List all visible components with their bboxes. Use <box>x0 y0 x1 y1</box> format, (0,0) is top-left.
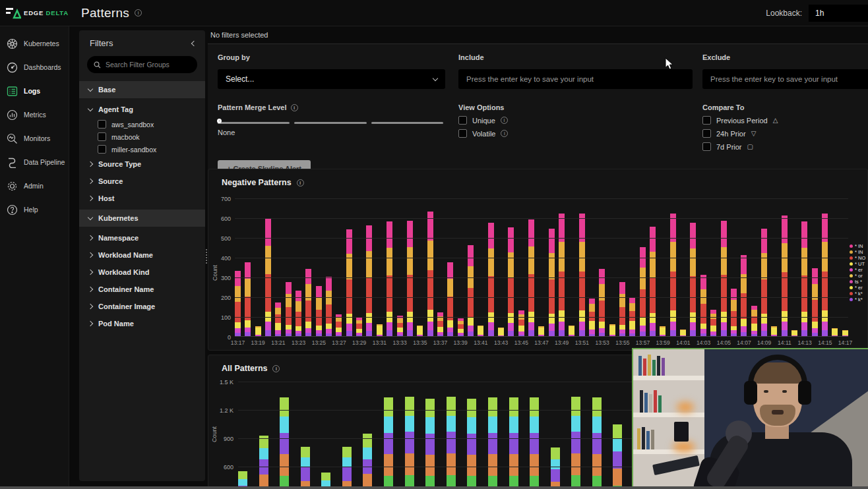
filter-section-source[interactable]: Source <box>79 173 205 190</box>
legend-item[interactable]: * IN <box>850 243 867 249</box>
neg-bar-54[interactable] <box>782 216 788 336</box>
include-input[interactable] <box>458 69 693 89</box>
exclude-input[interactable] <box>702 69 868 89</box>
neg-bar-26[interactable] <box>498 328 504 337</box>
neg-bar-42[interactable] <box>660 326 666 336</box>
neg-bar-11[interactable] <box>346 229 352 336</box>
checkbox[interactable] <box>458 116 467 125</box>
pattern-merge-slider[interactable] <box>218 122 443 124</box>
filter-search[interactable] <box>87 56 197 73</box>
legend-item[interactable]: * or <box>850 273 867 279</box>
all-bar-1[interactable] <box>259 436 268 489</box>
all-bar-3[interactable] <box>301 447 310 489</box>
neg-bar-7[interactable] <box>305 269 311 336</box>
neg-bar-9[interactable] <box>326 277 332 336</box>
sidebar-item-help[interactable]: Help <box>0 198 69 221</box>
neg-bar-58[interactable] <box>822 214 828 336</box>
checkbox[interactable] <box>702 116 711 125</box>
neg-bar-24[interactable] <box>478 326 483 336</box>
neg-bar-13[interactable] <box>366 225 372 336</box>
neg-bar-34[interactable] <box>579 214 585 336</box>
neg-bar-38[interactable] <box>619 282 625 336</box>
all-bar-6[interactable] <box>363 434 372 489</box>
all-bar-17[interactable] <box>592 397 602 489</box>
neg-bar-57[interactable] <box>812 268 818 336</box>
all-bar-13[interactable] <box>509 397 518 489</box>
neg-bar-14[interactable] <box>377 324 383 336</box>
page-info-icon[interactable] <box>135 9 142 16</box>
edge-delta-logo[interactable]: EDGE DELTA <box>0 0 69 26</box>
legend-item[interactable]: * NO <box>850 255 867 261</box>
neg-bar-59[interactable] <box>832 328 838 336</box>
filter-search-input[interactable] <box>106 61 191 69</box>
filter-section-kubernetes[interactable]: Kubernetes <box>79 210 205 227</box>
legend-item[interactable]: * UT <box>850 261 867 267</box>
all-patterns-info-icon[interactable] <box>272 365 280 372</box>
neg-bar-45[interactable] <box>690 223 696 336</box>
panel-resize-handle[interactable] <box>204 249 208 264</box>
sidebar-item-monitors[interactable]: Monitors <box>0 127 69 150</box>
compare-option-24h-prior[interactable]: 24h Prior▽ <box>702 129 868 138</box>
collapse-filters-icon[interactable] <box>191 40 197 45</box>
info-icon[interactable] <box>501 130 508 137</box>
filter-option-macbook[interactable]: macbook <box>79 130 205 143</box>
neg-bar-0[interactable] <box>235 271 241 336</box>
legend-item[interactable]: * IN <box>850 249 867 255</box>
neg-bar-22[interactable] <box>458 318 464 336</box>
checkbox[interactable] <box>98 145 106 154</box>
neg-bar-47[interactable] <box>710 310 716 336</box>
negative-patterns-chart[interactable] <box>235 198 848 337</box>
filter-section-workload-kind[interactable]: Workload Kind <box>79 264 205 281</box>
neg-bar-30[interactable] <box>538 326 544 336</box>
neg-bar-55[interactable] <box>791 330 797 336</box>
checkbox[interactable] <box>458 129 467 138</box>
all-bar-2[interactable] <box>280 397 289 489</box>
neg-bar-50[interactable] <box>741 255 747 336</box>
all-bar-18[interactable] <box>613 424 622 489</box>
legend-item[interactable]: * er <box>850 267 867 273</box>
legend-item[interactable]: * k* <box>850 297 867 302</box>
all-bar-9[interactable] <box>425 399 435 489</box>
legend-item[interactable]: * k* <box>850 291 867 297</box>
all-bar-7[interactable] <box>384 397 393 489</box>
compare-option-7d-prior[interactable]: 7d Prior▢ <box>702 142 868 151</box>
neg-bar-53[interactable] <box>771 326 777 336</box>
neg-bar-16[interactable] <box>397 316 403 336</box>
filter-section-container-image[interactable]: Container Image <box>79 298 205 315</box>
sidebar-item-dashboards[interactable]: Dashboards <box>0 55 69 79</box>
all-bar-5[interactable] <box>342 447 352 489</box>
neg-bar-60[interactable] <box>842 330 848 336</box>
horizontal-scrollbar[interactable] <box>0 486 868 489</box>
filter-section-host[interactable]: Host <box>79 190 205 207</box>
neg-bar-23[interactable] <box>468 245 474 336</box>
filter-option-aws-sandbox[interactable]: aws_sandbox <box>79 118 205 130</box>
neg-bar-4[interactable] <box>275 302 281 336</box>
negative-patterns-info-icon[interactable] <box>297 179 304 187</box>
neg-bar-8[interactable] <box>316 286 322 336</box>
neg-bar-1[interactable] <box>245 262 251 336</box>
legend-item[interactable]: * er <box>850 285 867 291</box>
neg-bar-56[interactable] <box>801 221 807 336</box>
neg-bar-27[interactable] <box>508 227 514 336</box>
neg-bar-28[interactable] <box>518 310 524 336</box>
neg-bar-21[interactable] <box>447 262 453 336</box>
sidebar-item-kubernetes[interactable]: Kubernetes <box>0 32 69 55</box>
neg-bar-15[interactable] <box>387 221 392 336</box>
filter-section-namespace[interactable]: Namespace <box>79 229 205 246</box>
neg-bar-41[interactable] <box>650 227 656 336</box>
neg-bar-2[interactable] <box>255 326 261 336</box>
view-option-volatile[interactable]: Volatile <box>458 129 693 138</box>
neg-bar-46[interactable] <box>700 275 706 336</box>
filter-section-pod-name[interactable]: Pod Name <box>79 315 205 332</box>
all-bar-11[interactable] <box>467 399 476 489</box>
pattern-merge-info-icon[interactable] <box>291 104 298 111</box>
neg-bar-31[interactable] <box>549 229 555 336</box>
lookback-select[interactable]: 1h <box>809 5 868 22</box>
filter-section-workload-name[interactable]: Workload Name <box>79 246 205 264</box>
checkbox[interactable] <box>98 120 106 129</box>
neg-bar-25[interactable] <box>488 223 494 336</box>
slider-knob[interactable] <box>217 119 222 123</box>
sidebar-item-data-pipeline[interactable]: Data Pipeline <box>0 150 69 174</box>
filter-section-base[interactable]: Base <box>79 81 205 98</box>
checkbox[interactable] <box>702 142 711 151</box>
